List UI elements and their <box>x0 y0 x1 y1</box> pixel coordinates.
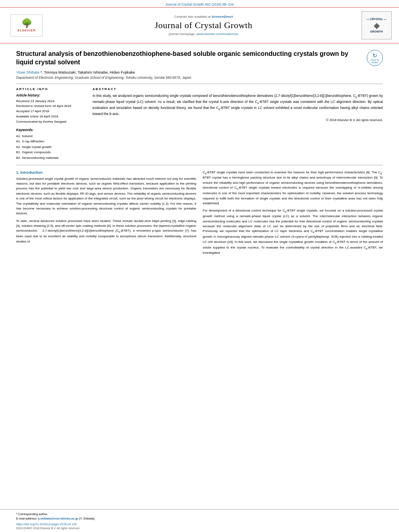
available-date: Available online 18 April 2018 <box>16 114 84 119</box>
journal-homepage-line: journal homepage: www.elsevier.com/locat… <box>169 32 239 36</box>
footnote-email: E-mail address: y.shibata@ecei.tohoku.ac… <box>16 516 383 521</box>
keyword-5: B2. Semiconducting materials <box>16 155 84 161</box>
main-content: Structural analysis of benzothienobenzot… <box>0 43 399 505</box>
right-paragraph-2: For development of a directional control… <box>203 208 383 256</box>
accepted-date: Accepted 17 April 2018 <box>16 109 84 114</box>
footer-legal: 0022-0248/© 2018 Elsevier B.V. All right… <box>16 527 383 530</box>
footnote-star-text: * Corresponding author. <box>16 512 48 516</box>
article-info-heading: ARTICLE INFO <box>16 87 84 91</box>
update-icon: ↻ <box>372 52 377 59</box>
elsevier-logo-area: 🌳 ELSEVIER <box>6 11 47 40</box>
crystal-growth-badge: — CRYSTAL — ◆ GROWTH <box>362 11 392 39</box>
intro-paragraph-1: Solution-processed single crystal growth… <box>16 177 196 216</box>
journal-citation-bar: Journal of Crystal Growth 492 (2018) 98–… <box>0 0 399 7</box>
copyright-line: © 2018 Elsevier B.V. All rights reserved… <box>93 118 383 122</box>
footer: * Corresponding author. E-mail address: … <box>0 509 399 532</box>
doi-link[interactable]: https://doi.org/10.1016/j.jcrysgro.2018.… <box>16 522 383 526</box>
authors-line: Yosei Shibata *, Tomoya Matsuzaki, Takah… <box>16 70 383 74</box>
keyword-1: A1. Solvent <box>16 134 84 139</box>
article-history-text: Received 23 January 2018 Received in rev… <box>16 99 84 125</box>
right-paragraph-1: C8-BTBT single crystals have been conduc… <box>203 170 383 206</box>
journal-header: 🌳 ELSEVIER Contents lists available at S… <box>0 7 399 43</box>
keywords-list: A1. Solvent A1. X-ray diffraction A2. Si… <box>16 134 84 161</box>
check-for-updates-badge: ↻ Check for updates <box>367 50 383 66</box>
body-right-column: C8-BTBT single crystals have been conduc… <box>203 170 383 258</box>
crystal-badge-line1: — CRYSTAL — <box>366 18 387 21</box>
author-hideo: Hideo Fujikake <box>110 70 135 74</box>
homepage-prefix: journal homepage: <box>169 32 197 36</box>
footnote-star: * Corresponding author. <box>16 512 383 516</box>
check-updates-label: Check for updates <box>367 59 383 64</box>
author-tomoya: Tomoya Matsuzaki <box>44 70 76 74</box>
divider-2 <box>16 165 383 165</box>
author-takahiro: Takahiro Ishinabe <box>78 70 107 74</box>
author-yosei: Yosei Shibata <box>16 70 39 74</box>
abstract-text: In this study, we analyzed organic semic… <box>93 93 383 117</box>
article-title: Structural analysis of benzothienobenzot… <box>16 50 363 67</box>
sciencedirect-line: Contents lists available at ScienceDirec… <box>174 15 233 18</box>
journal-title: Journal of Crystal Growth <box>155 20 253 31</box>
abstract-heading: ABSTRACT <box>93 87 383 91</box>
body-left-column: 1. Introduction Solution-processed singl… <box>16 170 196 258</box>
affiliation-line: Department of Electronic Engineering, Gr… <box>16 76 383 80</box>
received-date: Received 23 January 2018 <box>16 99 84 104</box>
page: Journal of Crystal Growth 492 (2018) 98–… <box>0 0 399 532</box>
elsevier-tree-icon: 🌳 <box>21 19 32 28</box>
received-revised-date: Received in revised form 16 April 2018 <box>16 104 84 109</box>
elsevier-logo: 🌳 ELSEVIER <box>10 14 43 37</box>
body-section: 1. Introduction Solution-processed singl… <box>16 170 383 258</box>
intro-paragraph-2: To date, several advanced solution proce… <box>16 219 196 244</box>
communicated-by: Communicated by Keshra Sangwal <box>16 119 84 125</box>
email-name: (Y. Shibata). <box>79 517 95 520</box>
article-info-col: ARTICLE INFO Article history: Received 2… <box>16 87 84 161</box>
keyword-3: A2. Single crystal growth <box>16 144 84 150</box>
sciencedirect-link[interactable]: ScienceDirect <box>212 15 233 18</box>
journal-title-area: Contents lists available at ScienceDirec… <box>51 11 356 40</box>
abstract-col: ABSTRACT In this study, we analyzed orga… <box>93 87 383 161</box>
divider-1 <box>16 84 383 84</box>
article-info-abstract-section: ARTICLE INFO Article history: Received 2… <box>16 87 383 161</box>
homepage-url[interactable]: www.elsevier.com/locate/crys <box>196 32 238 36</box>
sciencedirect-prefix: Contents lists available at <box>174 15 212 18</box>
journal-citation: Journal of Crystal Growth 492 (2018) 98–… <box>165 2 234 6</box>
keyword-4: B1. Organic compounds <box>16 150 84 155</box>
keywords-label: Keywords: <box>16 128 84 132</box>
email-label: E-mail address: <box>16 517 37 520</box>
keyword-2: A1. X-ray diffraction <box>16 139 84 144</box>
crystal-badge-line2: GROWTH <box>370 30 383 33</box>
intro-heading: 1. Introduction <box>16 170 196 175</box>
article-title-section: Structural analysis of benzothienobenzot… <box>16 48 383 67</box>
crystal-growth-badge-area: — CRYSTAL — ◆ GROWTH <box>360 11 393 40</box>
article-history-label: Article history: <box>16 93 84 97</box>
crystal-icon: ◆ <box>374 21 380 30</box>
elsevier-label: ELSEVIER <box>17 29 35 32</box>
email-address[interactable]: y.shibata@ecei.tohoku.ac.jp <box>38 517 78 520</box>
